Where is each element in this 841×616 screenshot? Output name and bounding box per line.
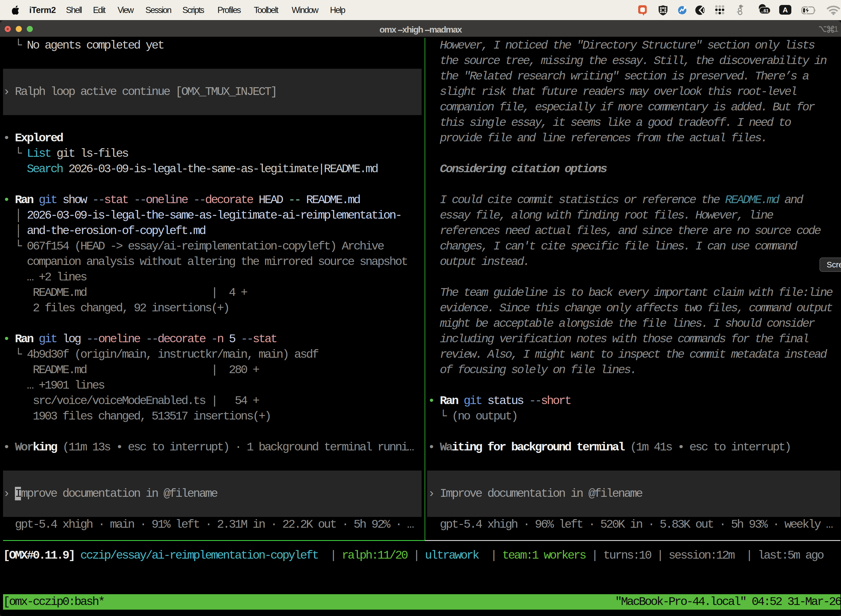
svg-text:..61: ..61 — [761, 8, 769, 13]
svg-text:A: A — [783, 6, 788, 14]
